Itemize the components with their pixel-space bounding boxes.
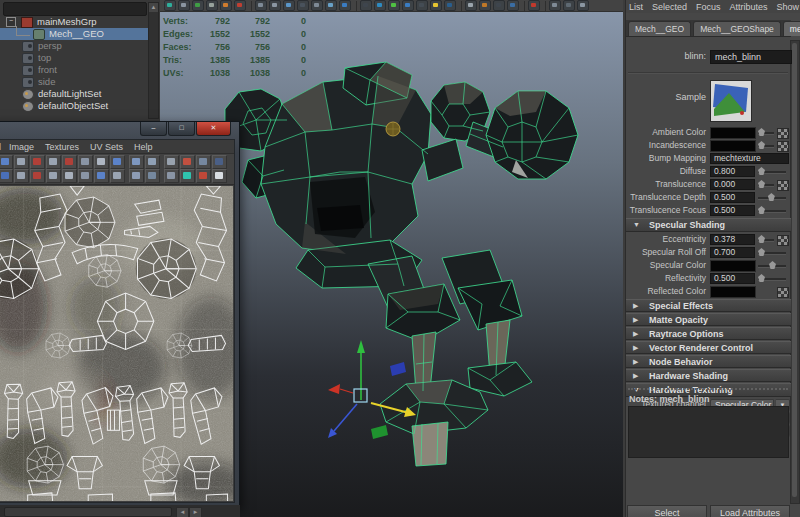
outliner-item-persp[interactable]: persp [0, 40, 148, 52]
texture-map-icon[interactable] [777, 180, 789, 191]
uv-toolbar-icon[interactable] [0, 169, 13, 183]
value-field[interactable]: 0.000 [710, 179, 755, 190]
viewport-toolbar-icon[interactable] [192, 0, 204, 11]
outliner-item-top[interactable]: top [0, 52, 148, 64]
viewport-toolbar-icon[interactable] [325, 0, 337, 11]
viewport-toolbar-icon[interactable] [549, 0, 561, 11]
uv-canvas[interactable] [0, 186, 233, 501]
viewport-toolbar-icon[interactable] [269, 0, 281, 11]
scroll-left-icon[interactable]: ◄ [176, 507, 189, 517]
value-field[interactable]: 0.500 [710, 192, 755, 203]
viewport-toolbar-icon[interactable] [311, 0, 323, 11]
viewport-toolbar-icon[interactable] [297, 0, 309, 11]
viewport-toolbar-icon[interactable] [430, 0, 442, 11]
close-button[interactable]: ✕ [196, 122, 231, 136]
uv-toolbar-icon[interactable] [180, 169, 195, 183]
viewport-toolbar-icon[interactable] [234, 0, 246, 11]
viewport-toolbar-icon[interactable] [339, 0, 351, 11]
material-sample-swatch[interactable] [710, 80, 752, 122]
menu-selected[interactable]: Selected [652, 2, 687, 12]
scroll-right-icon[interactable]: ► [189, 507, 202, 517]
viewport-toolbar-icon[interactable] [402, 0, 414, 11]
uv-toolbar-icon[interactable] [145, 155, 160, 169]
viewport-toolbar-icon[interactable] [388, 0, 400, 11]
uv-toolbar-icon[interactable] [145, 169, 160, 183]
uv-toolbar-icon[interactable] [62, 169, 77, 183]
outliner-item-defaultobjectset[interactable]: defaultObjectSet [0, 100, 148, 112]
uv-toolbar-icon[interactable] [196, 155, 211, 169]
uv-window-titlebar[interactable]: –□✕ [0, 122, 239, 139]
section-vector-renderer-control[interactable]: ▶Vector Renderer Control [626, 341, 791, 354]
outliner-item-side[interactable]: side [0, 76, 148, 88]
viewport-toolbar-icon[interactable] [479, 0, 491, 11]
viewport-toolbar-icon[interactable] [528, 0, 540, 11]
uv-menu-help[interactable]: Help [134, 142, 153, 152]
viewport-toolbar-icon[interactable] [416, 0, 428, 11]
uv-toolbar-icon[interactable] [94, 169, 109, 183]
uv-toolbar-icon[interactable] [129, 155, 144, 169]
color-swatch[interactable] [710, 140, 756, 152]
uv-toolbar-icon[interactable] [212, 155, 227, 169]
section-matte-opacity[interactable]: ▶Matte Opacity [626, 313, 791, 326]
section-hardware-shading[interactable]: ▶Hardware Shading [626, 369, 791, 382]
text-field[interactable]: mechtexture [710, 153, 789, 164]
select-button[interactable]: Select [627, 505, 707, 517]
viewport-toolbar-icon[interactable] [206, 0, 218, 11]
scroll-up-icon[interactable]: ▲ [149, 3, 158, 12]
color-swatch[interactable] [710, 286, 756, 298]
viewport-toolbar-icon[interactable] [360, 0, 372, 11]
viewport-toolbar-icon[interactable] [577, 0, 589, 11]
node-name-field[interactable]: mech_blinn [710, 50, 792, 64]
uv-menu-image[interactable]: Image [9, 142, 34, 152]
uv-toolbar-icon[interactable] [110, 169, 125, 183]
maximize-button[interactable]: □ [168, 122, 195, 136]
uv-toolbar-icon[interactable] [14, 169, 29, 183]
uv-toolbar-icon[interactable] [196, 169, 211, 183]
outliner-item-defaultlightset[interactable]: defaultLightSet [0, 88, 148, 100]
attribute-editor-scrollbar[interactable] [790, 40, 800, 504]
uv-toolbar-icon[interactable] [94, 155, 109, 169]
menu-focus[interactable]: Focus [696, 2, 721, 12]
section-raytrace-options[interactable]: ▶Raytrace Options [626, 327, 791, 340]
color-swatch[interactable] [710, 127, 756, 139]
uv-toolbar-icon[interactable] [164, 169, 179, 183]
uv-toolbar-icon[interactable] [110, 155, 125, 169]
uv-toolbar-icon[interactable] [14, 155, 29, 169]
viewport-toolbar-icon[interactable] [255, 0, 267, 11]
texture-map-icon[interactable] [777, 141, 789, 152]
tab-mech-geoshape[interactable]: Mech__GEOShape [693, 21, 781, 36]
notes-field[interactable] [628, 406, 789, 458]
uv-toolbar-icon[interactable] [0, 155, 13, 169]
uv-toolbar-icon[interactable] [212, 169, 227, 183]
section-node-behavior[interactable]: ▶Node Behavior [626, 355, 791, 368]
viewport-toolbar-icon[interactable] [164, 0, 176, 11]
uv-toolbar-icon[interactable] [78, 169, 93, 183]
notes-resize-grip[interactable] [628, 388, 788, 390]
outliner-filter-field[interactable] [3, 2, 147, 16]
color-swatch[interactable] [710, 260, 756, 272]
tab-mech-blinn[interactable]: mech_blinn [783, 21, 800, 36]
menu-list[interactable]: List [629, 2, 643, 12]
viewport-toolbar-icon[interactable] [444, 0, 456, 11]
uv-toolbar-icon[interactable] [62, 155, 77, 169]
section-special-effects[interactable]: ▶Special Effects [626, 299, 791, 312]
uv-menu-uv-sets[interactable]: UV Sets [90, 142, 123, 152]
value-field[interactable]: 0.378 [710, 234, 755, 245]
tab-mech-geo[interactable]: Mech__GEO [628, 21, 691, 36]
section-specular-shading[interactable]: ▼Specular Shading [626, 218, 791, 232]
menu-attributes[interactable]: Attributes [730, 2, 768, 12]
viewport-toolbar-icon[interactable] [563, 0, 575, 11]
viewport-toolbar-icon[interactable] [220, 0, 232, 11]
uv-toolbar-icon[interactable] [164, 155, 179, 169]
value-field[interactable]: 0.700 [710, 247, 755, 258]
value-field[interactable]: 0.500 [710, 273, 755, 284]
texture-map-icon[interactable] [777, 235, 789, 246]
uv-toolbar-icon[interactable] [78, 155, 93, 169]
menu-show[interactable]: Show [777, 2, 800, 12]
viewport-toolbar-icon[interactable] [465, 0, 477, 11]
uv-toolbar-icon[interactable] [30, 155, 45, 169]
uv-toolbar-icon[interactable] [180, 155, 195, 169]
value-field[interactable]: 0.800 [710, 166, 755, 177]
uv-menu-textures[interactable]: Textures [45, 142, 79, 152]
uv-toolbar-icon[interactable] [46, 155, 61, 169]
